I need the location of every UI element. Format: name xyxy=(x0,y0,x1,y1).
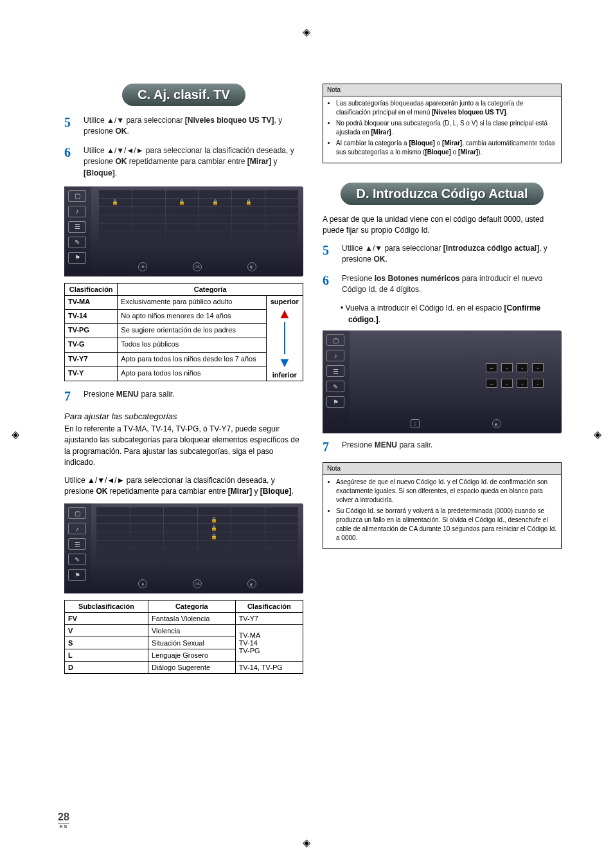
note-title: Nota xyxy=(323,84,561,96)
crop-mark-icon: ◈ xyxy=(303,26,310,38)
table-row: TV-G xyxy=(65,338,118,352)
step-number: 6 xyxy=(323,273,334,296)
sidebar-setup-icon: ⚑ xyxy=(68,569,86,581)
ratings-table: Clasificación Categoría TV-MAExclusivame… xyxy=(64,283,303,381)
subratings-table: Subclasificación Categoría Clasificación… xyxy=(64,600,303,674)
table-cell: Exclusivamente para público adulto xyxy=(118,295,266,309)
table-cell: Todos los públicos xyxy=(118,338,266,352)
note-item: Asegúrese de que el nuevo Código Id. y e… xyxy=(336,478,557,505)
step-d7-text: Presione MENU para salir. xyxy=(342,440,432,455)
table-cell: Situación Sexual xyxy=(148,637,235,649)
sidebar-picture-icon: ▢ xyxy=(68,190,86,202)
note-box-2: Nota Asegúrese de que el nuevo Código Id… xyxy=(323,462,562,549)
code-digit: – xyxy=(486,363,497,372)
osd-screenshot-subratings: ▢ ♪ ☰ ✎ ⚑ 🔒 🔒 🔒 xyxy=(64,503,303,593)
step-number: 6 xyxy=(64,145,76,179)
crop-mark-icon: ◈ xyxy=(594,428,601,440)
th-classification: Clasificación xyxy=(65,283,118,295)
left-column: C. Aj. clasif. TV 5 Utilice ▲/▼ para sel… xyxy=(64,84,303,682)
code-digit: - xyxy=(501,379,513,388)
crop-mark-icon: ◈ xyxy=(303,836,310,849)
ok-icon: OK xyxy=(193,262,202,271)
table-row: D xyxy=(65,662,148,674)
table-row: FV xyxy=(65,613,148,625)
code-digit: – xyxy=(486,379,497,388)
right-column: Nota Las subcategorías bloqueadas aparec… xyxy=(323,84,562,682)
note-item: Al cambiar la categoría a [Bloque] o [Mi… xyxy=(336,139,557,157)
note-item: Su Código Id. se borrará y volverá a la … xyxy=(336,507,557,543)
sidebar-sound-icon: ♪ xyxy=(326,350,344,361)
th-category: Categoría xyxy=(118,283,303,295)
sidebar-features-icon: ☰ xyxy=(326,365,344,377)
table-cell: Apto para todos los niños xyxy=(118,366,266,381)
table-row: TV-MA xyxy=(65,295,118,309)
sidebar-features-icon: ☰ xyxy=(68,221,86,233)
sidebar-features-icon: ☰ xyxy=(68,538,86,550)
subcategories-instr: Utilice ▲/▼/◄/► para seleccionar la clas… xyxy=(64,475,303,498)
th-class: Clasificación xyxy=(235,601,303,613)
step-number: 5 xyxy=(64,115,76,138)
table-row: TV-14 xyxy=(65,310,118,324)
code-digit: - xyxy=(532,363,544,372)
table-row: TV-Y7 xyxy=(65,352,118,366)
subcategories-para: En lo referente a TV-MA, TV-14, TV-PG, ó… xyxy=(64,424,303,469)
table-row: L xyxy=(65,649,148,662)
step-6-text: Utilice ▲/▼/◄/► para seleccionar la clas… xyxy=(84,145,303,179)
sidebar-setup-icon: ⚑ xyxy=(326,396,344,408)
section-c-title: C. Aj. clasif. TV xyxy=(122,84,245,106)
back-icon: ◐ xyxy=(492,419,501,428)
nav-arrows-icon: ✥ xyxy=(138,262,147,271)
table-row: S xyxy=(65,637,148,649)
step-d6-text: Presione los Botones numéricos para intr… xyxy=(342,273,562,296)
step-5-text: Utilice ▲/▼ para seleccionar [Niveles bl… xyxy=(84,115,303,138)
sidebar-lang-icon: ✎ xyxy=(68,237,86,248)
back-icon: ◐ xyxy=(247,579,256,588)
sidebar-setup-icon: ⚑ xyxy=(68,252,86,264)
table-cell: Fantasía Violencia xyxy=(148,613,235,625)
superior-label: superior xyxy=(271,298,299,305)
section-d-title: D. Introduzca Código Actual xyxy=(341,183,543,205)
back-icon: ◐ xyxy=(247,262,256,271)
code-confirm-row: – - - - xyxy=(368,379,544,388)
table-cell: Se sugiere orientación de los padres xyxy=(118,324,266,338)
sidebar-picture-icon: ▢ xyxy=(68,507,86,519)
step-7-text: Presione MENU para salir. xyxy=(84,389,174,404)
step-number: 7 xyxy=(64,389,76,404)
note-item: No podrá bloquear una subcategoría (D, L… xyxy=(336,119,557,137)
table-cell: TV-Y7 xyxy=(235,613,303,625)
code-input-row: – - - - xyxy=(368,363,544,372)
table-cell: Lenguaje Grosero xyxy=(148,649,235,662)
sidebar-sound-icon: ♪ xyxy=(68,206,86,217)
table-cell: No apto niños menores de 14 años xyxy=(118,310,266,324)
sidebar-lang-icon: ✎ xyxy=(326,381,344,392)
code-digit: - xyxy=(517,363,528,372)
page-lang: ES xyxy=(58,823,69,829)
page-number-value: 28 xyxy=(58,811,69,823)
step-d6-sub: • Vuelva a introducir el Código Id. en e… xyxy=(341,303,562,325)
keypad-icon: ⠿ xyxy=(411,419,420,428)
ok-icon: OK xyxy=(193,579,202,588)
note-box-1: Nota Las subcategorías bloqueadas aparec… xyxy=(323,84,562,163)
th-subclass: Subclasificación xyxy=(65,601,148,613)
step-number: 7 xyxy=(323,440,334,455)
code-digit: - xyxy=(501,363,513,372)
note-title: Nota xyxy=(323,463,561,475)
sidebar-lang-icon: ✎ xyxy=(68,554,86,565)
sidebar-sound-icon: ♪ xyxy=(68,523,86,534)
sidebar-picture-icon: ▢ xyxy=(326,334,344,346)
section-d-intro: A pesar de que la unidad viene con el có… xyxy=(323,214,562,237)
osd-screenshot-ratings: ▢ ♪ ☰ ✎ ⚑ 🔒🔒🔒🔒 xyxy=(64,186,303,276)
code-digit: - xyxy=(517,379,528,388)
table-cell: Diálogo Sugerente xyxy=(148,662,235,674)
table-cell: TV-14, TV-PG xyxy=(235,662,303,674)
step-number: 5 xyxy=(323,243,334,266)
step-d5-text: Utilice ▲/▼ para seleccionar [Introduzca… xyxy=(342,243,562,266)
table-cell-group: TV-MA TV-14 TV-PG xyxy=(235,625,303,662)
crop-mark-icon: ◈ xyxy=(12,428,19,440)
table-row: TV-Y xyxy=(65,366,118,381)
table-cell: Violencia xyxy=(148,625,235,637)
table-cell: Apto para todos los niños desde los 7 añ… xyxy=(118,352,266,366)
subcategories-heading: Para ajustar las subcategorías xyxy=(64,411,303,421)
note-item: Las subcategorías bloqueadas aparecerán … xyxy=(336,99,557,117)
nav-arrows-icon: ✥ xyxy=(138,579,147,588)
